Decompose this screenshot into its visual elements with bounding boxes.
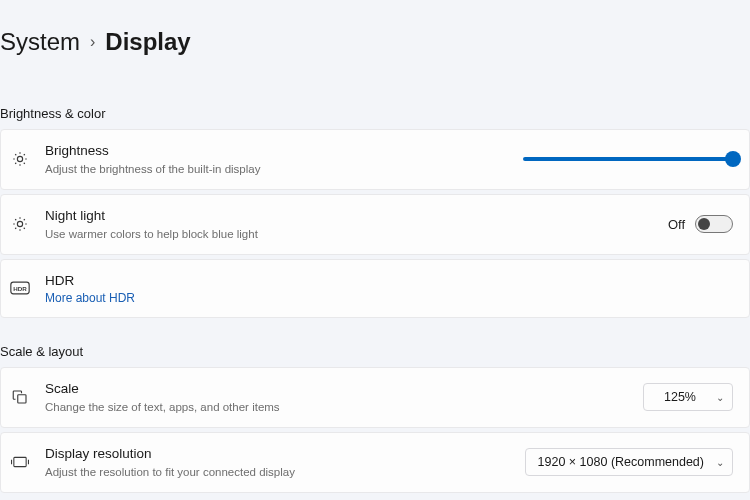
scale-select[interactable]: 125% ⌄ [643,383,733,411]
night-light-title: Night light [45,207,654,226]
svg-point-9 [17,222,22,227]
chevron-right-icon: › [90,33,95,51]
scale-sub: Change the size of text, apps, and other… [45,399,629,415]
resolution-sub: Adjust the resolution to fit your connec… [45,464,511,480]
svg-line-6 [24,163,25,164]
section-title-brightness: Brightness & color [0,106,750,121]
svg-text:HDR: HDR [13,285,27,292]
svg-line-17 [24,220,25,221]
night-light-toggle[interactable] [695,215,733,233]
chevron-down-icon: ⌄ [716,392,724,403]
brightness-slider[interactable] [523,157,733,161]
scale-icon [9,388,31,406]
brightness-row[interactable]: Brightness Adjust the brightness of the … [0,129,750,190]
svg-line-16 [15,228,16,229]
scale-value: 125% [664,390,696,404]
resolution-select[interactable]: 1920 × 1080 (Recommended) ⌄ [525,448,733,476]
svg-rect-21 [14,458,26,467]
page-title: Display [105,28,190,56]
night-light-state: Off [668,217,685,232]
svg-line-15 [24,228,25,229]
svg-rect-20 [18,395,26,403]
svg-line-5 [15,155,16,156]
chevron-down-icon: ⌄ [716,457,724,468]
svg-line-7 [15,163,16,164]
resolution-value: 1920 × 1080 (Recommended) [538,455,704,469]
section-title-scale: Scale & layout [0,344,750,359]
sun-icon [9,150,31,168]
night-light-sub: Use warmer colors to help block blue lig… [45,226,654,242]
breadcrumb: System › Display [0,28,750,56]
svg-point-0 [17,157,22,162]
night-light-row[interactable]: Night light Use warmer colors to help bl… [0,194,750,255]
breadcrumb-parent[interactable]: System [0,28,80,56]
svg-line-14 [15,220,16,221]
hdr-link[interactable]: More about HDR [45,291,733,305]
hdr-icon: HDR [9,281,31,295]
hdr-row[interactable]: HDR HDR More about HDR [0,259,750,318]
hdr-title: HDR [45,272,733,291]
svg-line-8 [24,155,25,156]
resolution-row[interactable]: Display resolution Adjust the resolution… [0,432,750,493]
resolution-icon [9,454,31,470]
brightness-title: Brightness [45,142,509,161]
scale-title: Scale [45,380,629,399]
brightness-sub: Adjust the brightness of the built-in di… [45,161,509,177]
scale-row[interactable]: Scale Change the size of text, apps, and… [0,367,750,428]
resolution-title: Display resolution [45,445,511,464]
night-light-icon [9,215,31,233]
